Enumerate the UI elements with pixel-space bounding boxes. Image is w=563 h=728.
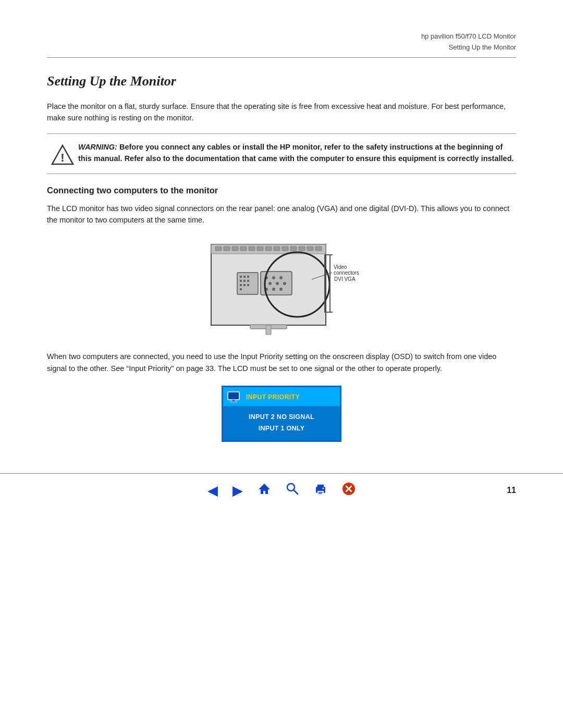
back-arrow-icon[interactable]: ◀ xyxy=(207,483,218,499)
monitor-diagram: Video connectors DVI VGA xyxy=(201,235,362,339)
osd-monitor-icon xyxy=(227,391,242,403)
osd-line1: INPUT 2 NO SIGNAL xyxy=(229,412,334,423)
osd-wrap: INPUT PRIORITY INPUT 2 NO SIGNAL INPUT 1… xyxy=(47,386,516,442)
svg-rect-32 xyxy=(243,280,246,282)
svg-rect-5 xyxy=(224,246,230,251)
svg-rect-14 xyxy=(299,246,305,251)
svg-rect-8 xyxy=(249,246,255,251)
forward-arrow-icon[interactable]: ▶ xyxy=(232,483,243,499)
footer-nav: ◀ ▶ xyxy=(0,474,563,508)
warning-box: ! WARNING: Before you connect any cables… xyxy=(47,133,516,174)
svg-point-23 xyxy=(283,282,286,285)
svg-rect-28 xyxy=(240,276,242,278)
svg-point-59 xyxy=(323,487,324,489)
svg-rect-9 xyxy=(257,246,263,251)
svg-point-25 xyxy=(272,288,275,291)
svg-rect-7 xyxy=(240,246,247,251)
svg-rect-10 xyxy=(265,246,272,251)
svg-marker-51 xyxy=(259,484,270,494)
svg-rect-47 xyxy=(266,325,271,335)
section-paragraph: The LCD monitor has two video signal con… xyxy=(47,203,516,226)
svg-rect-50 xyxy=(230,401,237,402)
svg-rect-57 xyxy=(319,492,323,493)
section-name: Setting Up the Monitor xyxy=(421,42,516,53)
svg-rect-13 xyxy=(290,246,297,251)
svg-rect-37 xyxy=(240,288,242,290)
svg-rect-29 xyxy=(243,276,246,278)
search-icon[interactable] xyxy=(286,482,299,499)
svg-text:connectors: connectors xyxy=(334,270,359,276)
svg-rect-11 xyxy=(274,246,280,251)
svg-rect-58 xyxy=(319,493,322,494)
diagram-wrap: Video connectors DVI VGA xyxy=(47,235,516,339)
osd-header: INPUT PRIORITY xyxy=(223,387,340,406)
print-icon[interactable] xyxy=(314,482,327,499)
osd-box: INPUT PRIORITY INPUT 2 NO SIGNAL INPUT 1… xyxy=(222,386,341,442)
page-number: 11 xyxy=(507,486,516,495)
svg-rect-30 xyxy=(247,276,249,278)
svg-text:Video: Video xyxy=(334,264,347,270)
svg-rect-15 xyxy=(307,246,313,251)
header-section: hp pavilion f50/f70 LCD Monitor Setting … xyxy=(0,0,563,57)
svg-rect-35 xyxy=(243,284,246,286)
warning-triangle-icon: ! xyxy=(51,143,74,166)
svg-rect-34 xyxy=(240,284,242,286)
warning-text: WARNING: Before you connect any cables o… xyxy=(78,141,516,165)
page-container: hp pavilion f50/f70 LCD Monitor Setting … xyxy=(0,0,563,728)
svg-rect-31 xyxy=(240,280,242,282)
svg-point-22 xyxy=(276,282,279,285)
warning-body: Before you connect any cables or install… xyxy=(78,143,514,163)
svg-point-20 xyxy=(279,276,283,279)
intro-paragraph: Place the monitor on a flat, sturdy surf… xyxy=(47,101,516,124)
osd-title: INPUT PRIORITY xyxy=(246,393,300,401)
svg-text:!: ! xyxy=(60,151,64,164)
svg-rect-36 xyxy=(247,284,249,286)
osd-line2: INPUT 1 ONLY xyxy=(229,423,334,434)
home-icon[interactable] xyxy=(258,482,271,499)
warning-icon-wrap: ! xyxy=(47,141,78,166)
bottom-paragraph: When two computers are connected, you ne… xyxy=(47,351,516,374)
svg-rect-55 xyxy=(317,485,324,488)
svg-rect-6 xyxy=(232,246,238,251)
svg-rect-16 xyxy=(315,246,322,251)
main-content: Setting Up the Monitor Place the monitor… xyxy=(0,58,563,463)
svg-point-21 xyxy=(268,282,272,285)
header-text: hp pavilion f50/f70 LCD Monitor Setting … xyxy=(421,31,516,53)
svg-line-53 xyxy=(293,490,298,494)
product-name: hp pavilion f50/f70 LCD Monitor xyxy=(421,31,516,42)
svg-rect-48 xyxy=(228,392,239,400)
page-title: Setting Up the Monitor xyxy=(47,73,516,89)
svg-rect-33 xyxy=(247,280,249,282)
osd-body: INPUT 2 NO SIGNAL INPUT 1 ONLY xyxy=(223,406,340,440)
warning-label: WARNING: xyxy=(78,143,117,151)
svg-point-26 xyxy=(279,288,283,291)
section-heading: Connecting two computers to the monitor xyxy=(47,186,516,195)
svg-rect-12 xyxy=(282,246,288,251)
svg-point-19 xyxy=(272,276,275,279)
svg-rect-4 xyxy=(215,246,222,251)
svg-text:DVI   VGA: DVI VGA xyxy=(334,276,356,282)
close-icon[interactable] xyxy=(342,482,356,499)
